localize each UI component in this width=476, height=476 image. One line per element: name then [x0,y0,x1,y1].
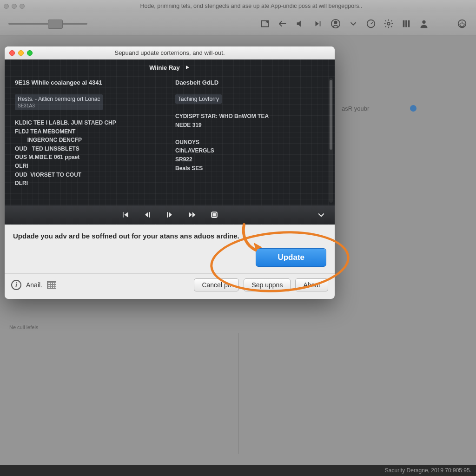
play-icon[interactable] [185,65,190,70]
info-icon[interactable]: i [11,280,21,290]
update-button[interactable]: Update [256,248,326,267]
collapse-icon[interactable] [316,210,326,220]
viewer-left-column: 9E1S Wihlie coalangee al 4341 Rests. - A… [15,79,164,205]
left-credits: KLDIC TEE I LABLB. JUM STAED CHPFLDJ TEA… [15,119,164,188]
step-forward-icon[interactable] [165,210,175,220]
left-selected-item[interactable]: Rests. - Aitlicn bermorg ort Lonac SE31A… [15,94,103,110]
skip-back-icon[interactable] [120,210,130,220]
info-label: Anail. [26,281,42,289]
dialog-titlebar: Sepuand update corterrions, and will-out… [5,46,335,60]
playback-controls [5,205,335,224]
viewer-right-column: Daesbeit GdLD Taching Lovforry CYDISPT S… [175,79,324,205]
about-button[interactable]: About [295,278,328,291]
dialog-message: Updade you adv ard be soffned out for yo… [13,232,326,240]
cancel-button[interactable]: Cancel pe [194,278,239,291]
sep-button[interactable]: Sep uppns [244,278,291,291]
update-dialog: Sepuand update corterrions, and will-out… [5,46,335,299]
svg-rect-11 [213,214,216,216]
viewer-scrollbar[interactable] [329,78,333,203]
right-selected-item[interactable]: Taching Lovforry [175,94,222,104]
right-heading: Daesbeit GdLD [175,79,324,86]
viewer-header: Wiinie Ray [5,60,335,75]
viewer-panel: Wiinie Ray 9E1S Wihlie coalangee al 4341… [5,60,335,225]
viewer-title: Wiinie Ray [149,64,180,71]
viewer-body: 9E1S Wihlie coalangee al 4341 Rests. - A… [5,75,335,205]
left-heading: 9E1S Wihlie coalangee al 4341 [15,79,164,86]
stop-icon[interactable] [209,210,219,220]
fast-forward-icon[interactable] [187,210,197,220]
dialog-title: Sepuand update corterrions, and will-out… [9,49,330,56]
right-credits: CYDISPT STAR: WHO BnWOM TEANEDE 319 OUNO… [175,112,324,172]
step-back-icon[interactable] [142,210,152,220]
grid-icon[interactable] [47,281,56,289]
